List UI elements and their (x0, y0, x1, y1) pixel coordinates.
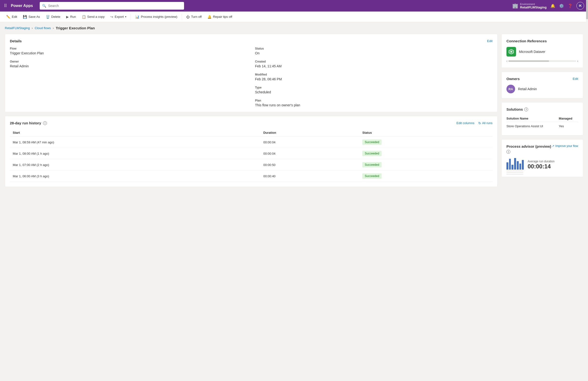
environment-icon: 🏢 (512, 3, 518, 9)
owner-avatar: RA (506, 85, 515, 93)
chart-bar-2 (509, 159, 511, 170)
improve-flow-link[interactable]: ↗ Improve your flow (552, 144, 578, 148)
scroll-left-icon[interactable]: ‹ (506, 60, 507, 63)
search-icon: 🔍 (42, 4, 46, 8)
export-button[interactable]: ↪ Export ▾ (108, 14, 129, 20)
avg-duration: 00:00:14 (528, 163, 578, 170)
settings-button[interactable]: ⚙️ (559, 4, 564, 8)
turn-off-button[interactable]: ⏻ Turn off (184, 14, 204, 20)
connection-name: Microsoft Dataver (519, 50, 546, 54)
solutions-info-icon[interactable]: i (524, 107, 528, 111)
run-start: Mar 1, 07:00 AM (2 h ago) (10, 159, 260, 171)
main-content: Details Edit Flow Trigger Execution Plan… (0, 32, 588, 192)
notification-button[interactable]: 🔔 (550, 4, 555, 8)
status-badge: Succeeded (362, 173, 381, 179)
table-row[interactable]: Mar 1, 06:00 AM (3 h ago) 00:00:40 Succe… (10, 171, 492, 182)
run-history-body: Mar 1, 08:59 AM (47 min ago) 00:00:04 Su… (10, 137, 492, 182)
col-start: Start (10, 129, 260, 137)
details-edit-link[interactable]: Edit (487, 39, 492, 43)
process-advisor-info-icon[interactable]: i (506, 150, 510, 154)
breadcrumb-cloud-flows[interactable]: Cloud flows (35, 26, 51, 30)
run-status: Succeeded (359, 171, 492, 182)
created-detail: Created Feb 14, 11:45 AM (255, 60, 492, 68)
run-status: Succeeded (359, 148, 492, 159)
scroll-bar (508, 60, 576, 62)
process-advisor-card: Process advisor (preview) i ↗ Improve yo… (501, 139, 583, 177)
chart-line-1 (506, 171, 523, 171)
run-icon: ▶ (66, 15, 69, 19)
run-history-title: 28-day run history i (10, 121, 47, 125)
chart-bars (506, 158, 524, 170)
right-icons: 🏢 Environment RetailFLWStaging 🔔 ⚙️ ❓ IK (512, 2, 584, 10)
table-row[interactable]: Mar 1, 07:00 AM (2 h ago) 00:00:50 Succe… (10, 159, 492, 171)
list-item: Store Operations Assist UI Yes (506, 122, 578, 131)
chart-bar-4 (514, 158, 516, 170)
search-input[interactable] (48, 4, 182, 8)
solutions-header: Solutions i (506, 107, 578, 111)
table-row[interactable]: Mar 1, 08:00 AM (1 h ago) 00:00:04 Succe… (10, 148, 492, 159)
delete-icon: 🗑️ (46, 15, 50, 19)
breadcrumb-env[interactable]: RetailFLWStaging (5, 26, 30, 30)
solutions-body: Store Operations Assist UI Yes (506, 122, 578, 131)
left-column: Details Edit Flow Trigger Execution Plan… (5, 34, 498, 187)
svg-point-1 (510, 51, 512, 52)
solution-managed: Yes (559, 122, 578, 131)
solution-name: Store Operations Assist UI (506, 122, 559, 131)
solutions-header-row: Solution Name Managed (506, 115, 578, 122)
scroll-thumb (508, 60, 549, 62)
owner-label: Owner (10, 60, 247, 63)
status-badge: Succeeded (362, 151, 381, 156)
run-duration: 00:00:04 (260, 137, 359, 148)
chart-bar-1 (506, 162, 508, 170)
owners-edit-link[interactable]: Edit (573, 77, 578, 80)
table-row[interactable]: Mar 1, 08:59 AM (47 min ago) 00:00:04 Su… (10, 137, 492, 148)
repair-tips-button[interactable]: 🔔 Repair tips off (205, 14, 234, 20)
edit-button[interactable]: ✏️ Edit (4, 14, 20, 20)
run-status: Succeeded (359, 159, 492, 171)
run-history-table: Start Duration Status Mar 1, 08:59 AM (4… (10, 129, 492, 182)
send-copy-button[interactable]: 📋 Send a copy (79, 14, 107, 20)
avatar[interactable]: IK (576, 2, 584, 10)
col-status: Status (359, 129, 492, 137)
environment-info[interactable]: Environment RetailFLWStaging (520, 3, 547, 9)
right-column: Connection References Microsoft Dataver … (501, 34, 583, 187)
chart-line-2 (506, 172, 523, 173)
modified-detail: Modified Feb 28, 06:46 PM (255, 73, 492, 81)
run-button[interactable]: ▶ Run (64, 14, 78, 20)
waffle-icon[interactable]: ⠿ (4, 3, 7, 8)
process-insights-button[interactable]: 📊 Process insights (preview) (133, 14, 180, 20)
search-box[interactable]: 🔍 (40, 2, 184, 10)
scrollbar-thumb[interactable] (586, 0, 588, 19)
breadcrumb-separator-2: › (53, 26, 54, 30)
type-label: Type (255, 86, 492, 89)
toolbar: ✏️ Edit 💾 Save As 🗑️ Delete ▶ Run 📋 Send… (0, 12, 588, 22)
scroll-right-icon[interactable]: › (577, 60, 578, 63)
help-button[interactable]: ❓ (568, 4, 573, 8)
plan-value: This flow runs on owner's plan (255, 103, 492, 107)
scrollbar-track[interactable] (586, 0, 588, 192)
run-history-info-icon[interactable]: i (43, 121, 47, 125)
run-status: Succeeded (359, 137, 492, 148)
connection-references-header: Connection References (506, 39, 578, 43)
send-copy-icon: 📋 (82, 15, 86, 19)
details-card: Details Edit Flow Trigger Execution Plan… (5, 34, 498, 112)
connection-icon (506, 47, 516, 57)
modified-value: Feb 28, 06:46 PM (255, 77, 492, 81)
chart-bar-6 (519, 163, 521, 170)
save-as-button[interactable]: 💾 Save As (21, 14, 42, 20)
advisor-content: Average run duration 00:00:14 (506, 158, 578, 172)
chart-line-3 (506, 174, 523, 175)
advisor-chart (506, 158, 524, 172)
status-badge: Succeeded (362, 162, 381, 167)
chart-lines (506, 171, 524, 175)
all-runs-link[interactable]: ↻ All runs (478, 121, 492, 125)
chart-bar-5 (517, 161, 519, 170)
improve-link-icon: ↗ (552, 144, 554, 148)
turn-off-icon: ⏻ (186, 15, 189, 19)
status-label: Status (255, 47, 492, 50)
created-value: Feb 14, 11:45 AM (255, 64, 492, 68)
owners-title: Owners (506, 77, 520, 81)
delete-button[interactable]: 🗑️ Delete (43, 14, 63, 20)
edit-columns-link[interactable]: Edit columns (456, 121, 474, 125)
breadcrumb: RetailFLWStaging › Cloud flows › Trigger… (0, 22, 588, 32)
